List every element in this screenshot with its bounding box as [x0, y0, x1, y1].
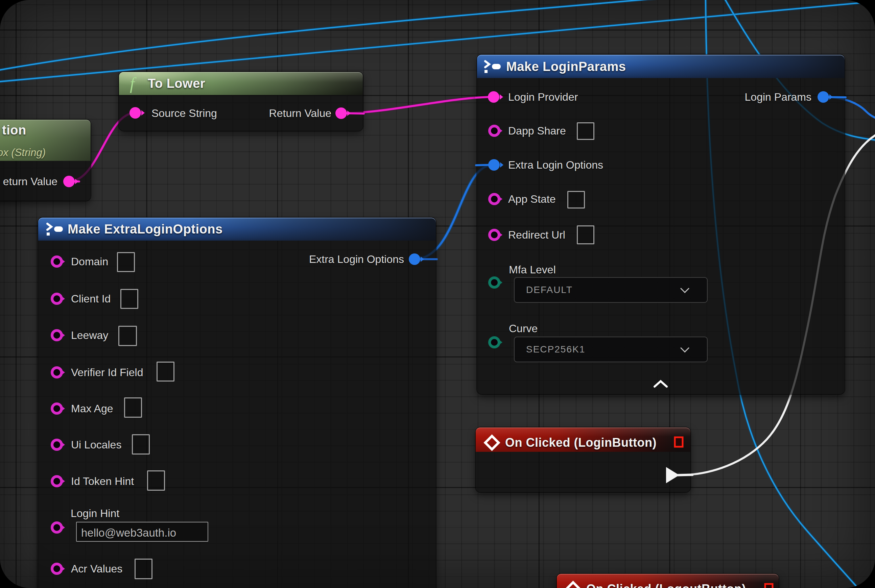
- svg-text:f: f: [130, 74, 137, 93]
